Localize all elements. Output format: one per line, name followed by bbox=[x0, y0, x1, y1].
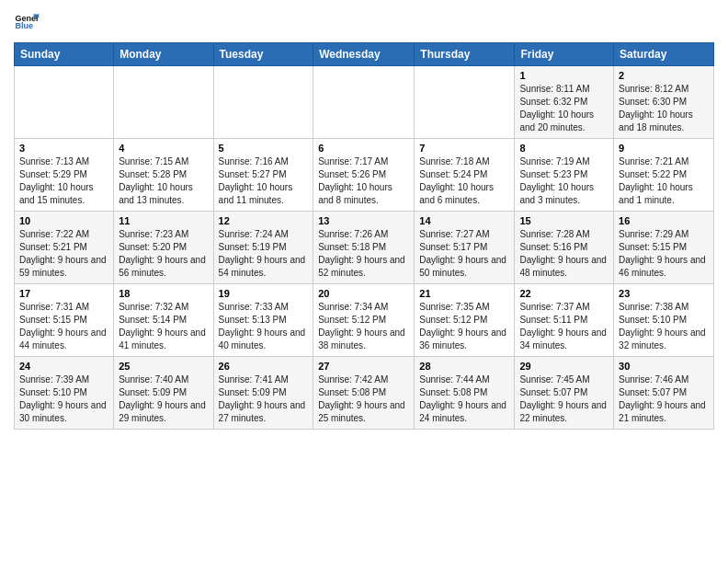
calendar-table: SundayMondayTuesdayWednesdayThursdayFrid… bbox=[14, 42, 714, 430]
day-number: 19 bbox=[219, 288, 309, 299]
calendar-cell: 2Sunrise: 8:12 AM Sunset: 6:30 PM Daylig… bbox=[614, 66, 714, 139]
day-info: Sunrise: 7:44 AM Sunset: 5:08 PM Dayligh… bbox=[419, 373, 509, 425]
logo: General Blue bbox=[14, 9, 40, 35]
day-number: 14 bbox=[419, 215, 509, 226]
calendar-cell: 1Sunrise: 8:11 AM Sunset: 6:32 PM Daylig… bbox=[515, 66, 614, 139]
calendar-cell: 20Sunrise: 7:34 AM Sunset: 5:12 PM Dayli… bbox=[313, 284, 415, 357]
day-of-week-header: Sunday bbox=[15, 43, 114, 66]
calendar-cell: 15Sunrise: 7:28 AM Sunset: 5:16 PM Dayli… bbox=[515, 212, 614, 284]
calendar-cell: 9Sunrise: 7:21 AM Sunset: 5:22 PM Daylig… bbox=[614, 139, 714, 212]
calendar-cell: 24Sunrise: 7:39 AM Sunset: 5:10 PM Dayli… bbox=[15, 357, 114, 430]
day-number: 11 bbox=[119, 215, 208, 226]
day-number: 23 bbox=[619, 288, 709, 299]
day-info: Sunrise: 7:42 AM Sunset: 5:08 PM Dayligh… bbox=[318, 373, 409, 425]
day-info: Sunrise: 7:26 AM Sunset: 5:18 PM Dayligh… bbox=[318, 228, 409, 280]
calendar-cell: 3Sunrise: 7:13 AM Sunset: 5:29 PM Daylig… bbox=[15, 139, 114, 212]
day-info: Sunrise: 7:18 AM Sunset: 5:24 PM Dayligh… bbox=[419, 155, 509, 207]
calendar-cell: 17Sunrise: 7:31 AM Sunset: 5:15 PM Dayli… bbox=[15, 284, 114, 357]
calendar-cell: 21Sunrise: 7:35 AM Sunset: 5:12 PM Dayli… bbox=[415, 284, 515, 357]
day-info: Sunrise: 7:24 AM Sunset: 5:19 PM Dayligh… bbox=[219, 228, 309, 280]
day-info: Sunrise: 7:38 AM Sunset: 5:10 PM Dayligh… bbox=[619, 301, 709, 352]
day-info: Sunrise: 7:28 AM Sunset: 5:16 PM Dayligh… bbox=[519, 228, 609, 280]
day-info: Sunrise: 7:13 AM Sunset: 5:29 PM Dayligh… bbox=[19, 155, 108, 207]
calendar-cell bbox=[15, 66, 114, 139]
calendar-cell: 28Sunrise: 7:44 AM Sunset: 5:08 PM Dayli… bbox=[415, 357, 515, 430]
day-info: Sunrise: 8:12 AM Sunset: 6:30 PM Dayligh… bbox=[619, 83, 709, 134]
calendar-cell: 27Sunrise: 7:42 AM Sunset: 5:08 PM Dayli… bbox=[313, 357, 415, 430]
day-info: Sunrise: 7:27 AM Sunset: 5:17 PM Dayligh… bbox=[419, 228, 509, 280]
day-number: 5 bbox=[219, 143, 309, 154]
calendar-cell: 29Sunrise: 7:45 AM Sunset: 5:07 PM Dayli… bbox=[515, 357, 614, 430]
day-info: Sunrise: 7:16 AM Sunset: 5:27 PM Dayligh… bbox=[219, 155, 309, 207]
calendar-cell: 19Sunrise: 7:33 AM Sunset: 5:13 PM Dayli… bbox=[213, 284, 313, 357]
day-number: 26 bbox=[219, 361, 309, 372]
day-info: Sunrise: 7:21 AM Sunset: 5:22 PM Dayligh… bbox=[619, 155, 709, 207]
day-of-week-header: Wednesday bbox=[313, 43, 415, 66]
day-number: 13 bbox=[318, 215, 409, 226]
calendar-cell: 22Sunrise: 7:37 AM Sunset: 5:11 PM Dayli… bbox=[515, 284, 614, 357]
day-of-week-header: Tuesday bbox=[213, 43, 313, 66]
day-info: Sunrise: 7:41 AM Sunset: 5:09 PM Dayligh… bbox=[219, 373, 309, 425]
day-number: 2 bbox=[619, 70, 709, 81]
calendar-cell: 6Sunrise: 7:17 AM Sunset: 5:26 PM Daylig… bbox=[313, 139, 415, 212]
calendar-cell: 30Sunrise: 7:46 AM Sunset: 5:07 PM Dayli… bbox=[614, 357, 714, 430]
day-info: Sunrise: 7:33 AM Sunset: 5:13 PM Dayligh… bbox=[219, 301, 309, 352]
day-info: Sunrise: 7:35 AM Sunset: 5:12 PM Dayligh… bbox=[419, 301, 509, 352]
calendar-cell: 23Sunrise: 7:38 AM Sunset: 5:10 PM Dayli… bbox=[614, 284, 714, 357]
day-number: 12 bbox=[219, 215, 309, 226]
calendar-cell: 13Sunrise: 7:26 AM Sunset: 5:18 PM Dayli… bbox=[313, 212, 415, 284]
calendar-cell: 7Sunrise: 7:18 AM Sunset: 5:24 PM Daylig… bbox=[415, 139, 515, 212]
day-of-week-header: Friday bbox=[515, 43, 614, 66]
day-number: 29 bbox=[519, 361, 609, 372]
calendar-cell: 10Sunrise: 7:22 AM Sunset: 5:21 PM Dayli… bbox=[15, 212, 114, 284]
calendar-cell: 26Sunrise: 7:41 AM Sunset: 5:09 PM Dayli… bbox=[213, 357, 313, 430]
calendar-cell: 25Sunrise: 7:40 AM Sunset: 5:09 PM Dayli… bbox=[114, 357, 213, 430]
calendar-cell bbox=[213, 66, 313, 139]
calendar-cell: 14Sunrise: 7:27 AM Sunset: 5:17 PM Dayli… bbox=[415, 212, 515, 284]
day-info: Sunrise: 7:19 AM Sunset: 5:23 PM Dayligh… bbox=[519, 155, 609, 207]
day-number: 28 bbox=[419, 361, 509, 372]
day-number: 7 bbox=[419, 143, 509, 154]
day-info: Sunrise: 7:29 AM Sunset: 5:15 PM Dayligh… bbox=[619, 228, 709, 280]
day-number: 6 bbox=[318, 143, 409, 154]
day-info: Sunrise: 7:34 AM Sunset: 5:12 PM Dayligh… bbox=[318, 301, 409, 352]
calendar-cell bbox=[415, 66, 515, 139]
calendar-cell bbox=[114, 66, 213, 139]
day-number: 18 bbox=[119, 288, 208, 299]
day-info: Sunrise: 7:40 AM Sunset: 5:09 PM Dayligh… bbox=[119, 373, 208, 425]
day-info: Sunrise: 7:31 AM Sunset: 5:15 PM Dayligh… bbox=[19, 301, 108, 352]
day-info: Sunrise: 7:15 AM Sunset: 5:28 PM Dayligh… bbox=[119, 155, 208, 207]
day-number: 10 bbox=[19, 215, 108, 226]
calendar-cell: 4Sunrise: 7:15 AM Sunset: 5:28 PM Daylig… bbox=[114, 139, 213, 212]
calendar-cell bbox=[313, 66, 415, 139]
day-number: 3 bbox=[19, 143, 108, 154]
logo-icon: General Blue bbox=[14, 9, 40, 35]
calendar-cell: 18Sunrise: 7:32 AM Sunset: 5:14 PM Dayli… bbox=[114, 284, 213, 357]
calendar-cell: 16Sunrise: 7:29 AM Sunset: 5:15 PM Dayli… bbox=[614, 212, 714, 284]
day-info: Sunrise: 7:39 AM Sunset: 5:10 PM Dayligh… bbox=[19, 373, 108, 425]
day-number: 4 bbox=[119, 143, 208, 154]
day-info: Sunrise: 7:37 AM Sunset: 5:11 PM Dayligh… bbox=[519, 301, 609, 352]
day-info: Sunrise: 7:32 AM Sunset: 5:14 PM Dayligh… bbox=[119, 301, 208, 352]
day-number: 24 bbox=[19, 361, 108, 372]
day-number: 22 bbox=[519, 288, 609, 299]
day-number: 25 bbox=[119, 361, 208, 372]
day-number: 16 bbox=[619, 215, 709, 226]
day-number: 8 bbox=[519, 143, 609, 154]
day-number: 20 bbox=[318, 288, 409, 299]
calendar-cell: 12Sunrise: 7:24 AM Sunset: 5:19 PM Dayli… bbox=[213, 212, 313, 284]
header: General Blue bbox=[14, 9, 714, 35]
day-number: 27 bbox=[318, 361, 409, 372]
day-info: Sunrise: 7:46 AM Sunset: 5:07 PM Dayligh… bbox=[619, 373, 709, 425]
day-number: 17 bbox=[19, 288, 108, 299]
day-of-week-header: Thursday bbox=[415, 43, 515, 66]
calendar-cell: 8Sunrise: 7:19 AM Sunset: 5:23 PM Daylig… bbox=[515, 139, 614, 212]
day-number: 9 bbox=[619, 143, 709, 154]
day-info: Sunrise: 7:22 AM Sunset: 5:21 PM Dayligh… bbox=[19, 228, 108, 280]
day-info: Sunrise: 7:23 AM Sunset: 5:20 PM Dayligh… bbox=[119, 228, 208, 280]
day-info: Sunrise: 7:45 AM Sunset: 5:07 PM Dayligh… bbox=[519, 373, 609, 425]
day-info: Sunrise: 7:17 AM Sunset: 5:26 PM Dayligh… bbox=[318, 155, 409, 207]
day-info: Sunrise: 8:11 AM Sunset: 6:32 PM Dayligh… bbox=[519, 83, 609, 134]
day-of-week-header: Saturday bbox=[614, 43, 714, 66]
day-of-week-header: Monday bbox=[114, 43, 213, 66]
